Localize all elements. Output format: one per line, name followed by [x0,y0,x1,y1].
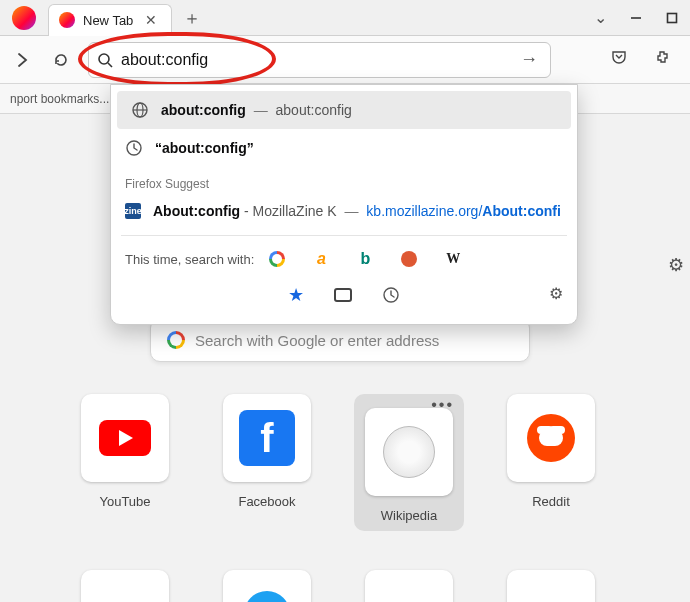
twitter-icon [244,591,290,602]
history-action-icon[interactable] [382,286,400,304]
url-bar[interactable]: → [88,42,551,78]
dropdown-actions-row: ★ ⚙ [111,276,577,314]
extensions-button[interactable] [646,40,680,74]
mozillazine-favicon-icon: zine [125,203,141,219]
amazon-icon: a [112,587,138,602]
reload-button[interactable] [44,43,78,77]
suggestion-subtitle: about:config [276,102,352,118]
topsite-menu-button[interactable]: ••• [431,396,454,414]
import-bookmarks-text: nport bookmarks... [10,92,109,106]
tab-title: New Tab [83,13,133,28]
window-minimize-button[interactable] [618,4,654,32]
engine-bing[interactable]: b [356,250,374,268]
google-icon [167,331,185,349]
topsite-facebook[interactable]: f Facebook [212,394,322,531]
search-with-label: This time, search with: [125,252,254,267]
window-maximize-button[interactable] [654,4,690,32]
history-icon [125,139,143,157]
youtube-icon [99,420,151,456]
topsite-label: Wikipedia [381,508,437,523]
bookmarks-action-icon[interactable]: ★ [288,284,304,306]
topsite-twitter[interactable] [212,570,322,602]
topsite-label: Reddit [532,494,570,509]
amazon-icon: a [317,250,326,268]
google-icon [269,251,285,267]
suggestion-search-quoted[interactable]: “about:config” [111,129,577,167]
topsite-blank-1[interactable] [354,570,464,602]
duckduckgo-icon [401,251,417,267]
engine-amazon[interactable]: a [312,250,330,268]
top-sites-row: YouTube f Facebook ••• Wikipedia Reddit [70,394,606,531]
topsite-label: YouTube [99,494,150,509]
topsite-wikipedia[interactable]: ••• Wikipedia [354,394,464,531]
urlbar-dropdown: about:config — about:config “about:confi… [110,84,578,325]
url-input[interactable] [121,51,508,69]
firefox-logo-icon [12,6,36,30]
go-arrow-button[interactable]: → [516,49,542,70]
wikipedia-icon [383,426,435,478]
suggestion-about-config[interactable]: about:config — about:config [117,91,571,129]
home-search-placeholder: Search with Google or enter address [195,332,439,349]
new-tab-button[interactable]: ＋ [178,4,206,32]
topsite-youtube[interactable]: YouTube [70,394,180,531]
dropdown-divider [121,235,567,236]
tab-strip: New Tab ✕ ＋ ⌄ [0,0,690,36]
topsite-label: Facebook [238,494,295,509]
tab-close-button[interactable]: ✕ [141,12,161,28]
suggestion-mozillazine[interactable]: zine About:config - MozillaZine K — kb.m… [111,193,577,229]
forward-button[interactable] [6,43,40,77]
tab-favicon-icon [59,12,75,28]
browser-tab[interactable]: New Tab ✕ [48,4,172,36]
tabs-dropdown-button[interactable]: ⌄ [582,4,618,32]
dropdown-settings-button[interactable]: ⚙ [549,284,563,303]
suggestion-quoted-text: “about:config” [155,140,254,156]
engine-wikipedia[interactable]: W [444,250,462,268]
topsite-amazon[interactable]: a [70,570,180,602]
reddit-icon [527,414,575,462]
bing-icon: b [360,250,370,268]
svg-point-2 [99,54,109,64]
toolbar: → [0,36,690,84]
tabs-action-icon[interactable] [334,288,352,302]
search-engine-row: This time, search with: a b W [111,242,577,276]
engine-duckduckgo[interactable] [400,250,418,268]
wikipedia-icon: W [446,251,460,267]
suggestion-title: about:config [161,102,246,118]
external-title: About:config [153,203,240,219]
facebook-icon: f [239,410,295,466]
top-sites-row-2: a [70,570,606,602]
topsite-reddit[interactable]: Reddit [496,394,606,531]
svg-rect-1 [668,13,677,22]
search-icon [97,52,113,68]
globe-icon [131,101,149,119]
engine-google[interactable] [268,250,286,268]
firefox-suggest-header: Firefox Suggest [111,167,577,193]
pocket-button[interactable] [602,40,636,74]
topsite-blank-2[interactable] [496,570,606,602]
svg-line-3 [108,63,112,67]
page-settings-button[interactable]: ⚙ [668,254,684,276]
